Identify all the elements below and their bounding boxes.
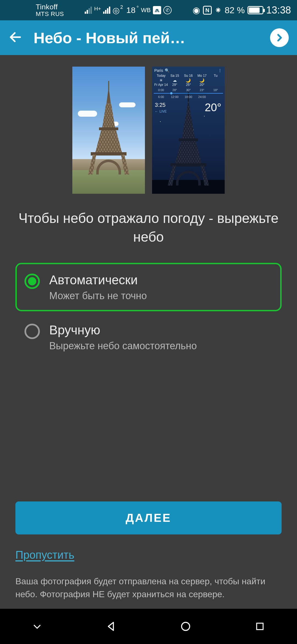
search-small-icon: 🔍 [165,68,169,73]
nav-hide-button[interactable] [29,619,45,634]
signal-1-icon [85,7,92,14]
back-button[interactable] [8,30,23,45]
clock: 13:38 [266,4,291,16]
options-group: Автоматически Может быть не точно Вручну… [0,257,297,361]
chevron-right-icon [274,33,284,43]
chevron-down-icon [32,621,43,632]
next-button[interactable]: ДАЛЕЕ [15,501,282,534]
nfc-icon: N [203,6,212,15]
day-1-top: Sa 15 [170,74,179,78]
bluetooth-icon: ⁕ [215,5,222,15]
day-0-top: Today [157,74,166,78]
preview-result: Paris 🔍⋮ Today☀Fr Apr 14 Sa 15☁29° Su 16… [152,67,225,194]
triangle-left-icon [105,620,117,632]
preview-time: 3:25 [155,102,166,108]
footer: ДАЛЕЕ Пропустить Ваша фотография будет о… [0,501,297,609]
option-auto-sub: Может быть не точно [49,290,147,302]
svg-rect-3 [257,623,263,629]
nav-recent-button[interactable] [252,619,268,634]
option-manual-title: Вручную [49,323,197,337]
hr-2-t: 30° [186,88,191,92]
page-title: Небо - Новый пей… [34,29,259,47]
temperature-unit: ° [137,5,139,11]
status-center: H+ ◎2 18° WB ⩕ ✆ [85,6,172,15]
location-label: Paris [154,68,163,73]
next-round-button[interactable] [270,28,289,47]
net-badge: H+ [94,6,101,11]
nav-back-button[interactable] [104,619,119,634]
wb-badge: WB [141,7,151,14]
battery-pct: 82 % [225,5,245,15]
whatsapp-icon: ✆ [163,6,172,14]
carrier-label: Tinkoff MTS RUS [36,3,64,17]
day-3-bottom: 20° [200,83,205,87]
status-right: ◉ N ⁕ 82 % 13:38 [193,4,291,16]
weather-overlay: Paris 🔍⋮ Today☀Fr Apr 14 Sa 15☁29° Su 16… [152,67,225,100]
svg-marker-1 [108,622,113,630]
battery-icon [248,6,263,14]
hr-4-t: 18° [213,88,218,92]
hr-0-h: 0:00 [158,88,164,92]
forecast-hours: 0:00 28° 30° 23° 18° [154,88,222,92]
content: Paris 🔍⋮ Today☀Fr Apr 14 Sa 15☁29° Su 16… [0,55,297,609]
status-bar: Tinkoff MTS RUS H+ ◎2 18° WB ⩕ ✆ ◉ N ⁕ 8… [0,0,297,20]
app-icon-1: ⩕ [153,6,161,14]
day-2-bottom: 25° [186,83,191,87]
arrow-left-icon [8,30,23,44]
hr-3-t: 23° [200,88,204,92]
square-icon [254,621,265,632]
carrier-1: Tinkoff [36,3,64,10]
circle-icon [180,620,192,632]
instruction-text: Чтобы небо отражало погоду - вырежьте не… [0,194,297,257]
screen: Tinkoff MTS RUS H+ ◎2 18° WB ⩕ ✆ ◉ N ⁕ 8… [0,0,297,644]
day-1-bottom: 29° [172,83,177,87]
option-auto-title: Автоматически [49,272,147,287]
hr-1-b: 12:00 [171,95,179,99]
hr-2-b: 18:00 [185,95,192,99]
signal-2-icon [103,7,110,14]
carrier-2: MTS RUS [36,11,64,17]
day-0-bottom: Fr Apr 14 [154,83,168,87]
forecast-hours-bottom: 6:00 12:00 18:00 24:00 [154,95,222,99]
eiffel-tower-icon [89,81,128,174]
day-1-icon: ☁ [173,78,177,82]
hr-3-b: 24:00 [198,95,206,99]
menu-dots-icon: ⋮ [218,68,222,73]
day-4-top: Tu [214,74,218,78]
day-3-icon: 🌙 [199,78,205,82]
eiffel-tower-dark-icon [169,92,208,185]
radio-unselected-icon [24,324,40,339]
day-3-top: Mo 17 [197,74,207,78]
temperature: 18 [126,6,135,15]
preview-big-temp: 20° [205,101,222,114]
forecast-days: Today☀Fr Apr 14 Sa 15☁29° Su 16🌙25° Mo 1… [154,74,222,87]
arrow-small-icon: ← [155,110,158,113]
preview-row: Paris 🔍⋮ Today☀Fr Apr 14 Sa 15☁29° Su 16… [0,55,297,194]
system-nav-bar [0,609,297,644]
option-manual[interactable]: Вручную Вырежьте небо самостоятельно [15,313,282,361]
preview-live: ←LIVE [155,110,167,113]
app-bar: Небо - Новый пей… [0,20,297,55]
day-2-top: Su 16 [184,74,193,78]
svg-point-2 [182,622,189,630]
skip-link[interactable]: Пропустить [15,549,74,561]
radio-selected-icon [24,274,40,289]
preview-original [72,67,145,194]
hr-0-b: 6:00 [158,95,164,99]
nav-home-button[interactable] [178,619,193,634]
option-manual-sub: Вырежьте небо самостоятельно [49,340,197,352]
live-label: LIVE [160,110,167,113]
hotspot-count: 2 [120,4,123,10]
option-auto[interactable]: Автоматически Может быть не точно [15,263,282,311]
hotspot-icon: ◎2 [112,6,120,15]
day-2-icon: 🌙 [186,78,191,82]
eye-icon: ◉ [193,5,200,15]
day-0-icon: ☀ [159,78,163,82]
disclaimer-text: Ваша фотография будет отправлена на серв… [15,575,282,601]
hr-1-t: 28° [172,88,177,92]
